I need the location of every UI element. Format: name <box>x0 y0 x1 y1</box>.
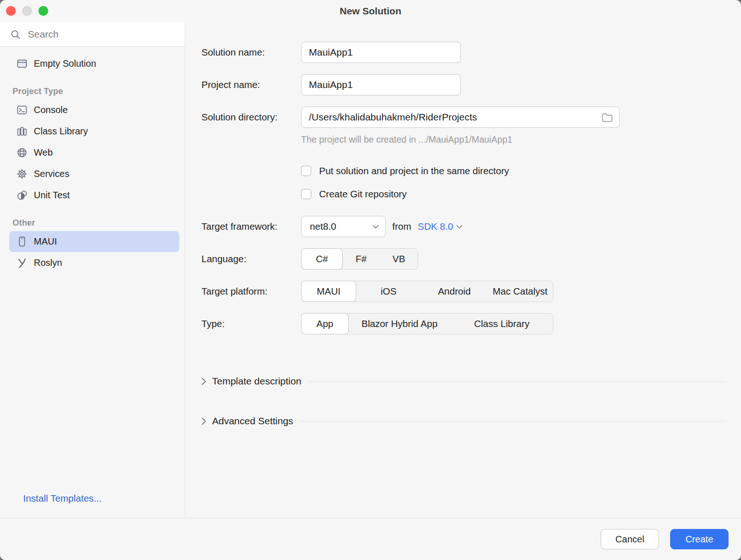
target-platform-segmented-control: MAUI iOS Android Mac Catalyst <box>301 281 553 302</box>
language-label: Language: <box>201 253 301 264</box>
sdk-value: SDK 8.0 <box>418 221 453 232</box>
traffic-lights <box>6 6 48 16</box>
git-repository-checkbox-label: Create Git repository <box>319 189 407 200</box>
type-option-app[interactable]: App <box>301 313 349 334</box>
chevron-right-icon <box>201 378 207 385</box>
sidebar-item-services[interactable]: Services <box>9 164 179 184</box>
target-framework-row: Target framework: net8.0 from SDK 8.0 <box>201 216 726 237</box>
chevron-right-icon <box>201 417 207 425</box>
language-option-fsharp[interactable]: F# <box>342 249 380 269</box>
from-label: from <box>392 221 411 232</box>
divider <box>308 381 726 382</box>
advanced-settings-section[interactable]: Advanced Settings <box>201 414 726 428</box>
solution-directory-input[interactable] <box>301 107 620 128</box>
advanced-settings-label: Advanced Settings <box>212 415 293 427</box>
chevron-down-icon <box>456 225 463 229</box>
language-option-vb[interactable]: VB <box>380 249 418 269</box>
globe-icon <box>16 147 28 158</box>
sidebar-item-roslyn[interactable]: Roslyn <box>9 252 179 273</box>
gear-icon <box>16 168 28 180</box>
type-option-blazor-hybrid-app[interactable]: Blazor Hybrid App <box>348 314 451 334</box>
target-platform-label: Target platform: <box>201 286 301 297</box>
sidebar-item-label: Class Library <box>34 126 88 137</box>
git-repository-checkbox-row: Create Git repository <box>301 183 726 205</box>
solution-name-row: Solution name: <box>201 42 726 63</box>
section-header-project-type: Project Type <box>0 87 185 96</box>
solution-directory-label: Solution directory: <box>201 112 301 123</box>
new-solution-dialog: New Solution <box>0 0 741 560</box>
close-button[interactable] <box>6 6 16 16</box>
folder-browse-icon[interactable] <box>601 111 613 123</box>
template-list: Empty Solution Project Type Console <box>0 47 185 273</box>
search-input[interactable] <box>28 29 185 40</box>
template-description-label: Template description <box>212 376 301 387</box>
solution-name-input[interactable] <box>301 42 461 63</box>
console-icon <box>16 104 28 116</box>
same-directory-checkbox[interactable] <box>301 166 311 176</box>
platform-option-android[interactable]: Android <box>421 281 487 302</box>
template-description-section[interactable]: Template description <box>201 374 726 388</box>
search-bar[interactable] <box>0 22 185 47</box>
unit-test-icon <box>16 189 28 201</box>
class-library-icon <box>16 126 28 137</box>
type-label: Type: <box>201 318 301 329</box>
phone-icon <box>16 236 28 247</box>
sidebar-item-empty-solution[interactable]: Empty Solution <box>9 53 179 74</box>
dialog-footer: Cancel Create <box>0 518 741 560</box>
solution-directory-row: Solution directory: <box>201 107 726 128</box>
chevron-down-icon <box>372 225 379 229</box>
sidebar-item-label: Unit Test <box>34 190 69 201</box>
language-row: Language: C# F# VB <box>201 248 726 270</box>
new-solution-form: Solution name: Project name: Solution di… <box>185 22 741 518</box>
roslyn-icon <box>16 257 28 269</box>
section-header-other: Other <box>0 218 185 228</box>
project-name-input[interactable] <box>301 74 461 95</box>
create-button[interactable]: Create <box>670 529 728 549</box>
install-templates-link[interactable]: Install Templates... <box>23 493 101 504</box>
same-directory-checkbox-row: Put solution and project in the same dir… <box>301 160 726 182</box>
empty-solution-icon <box>16 58 28 69</box>
sidebar-item-label: MAUI <box>34 236 57 247</box>
sidebar-item-unit-test[interactable]: Unit Test <box>9 185 179 206</box>
sidebar-item-web[interactable]: Web <box>9 142 179 163</box>
sidebar-item-console[interactable]: Console <box>9 100 179 120</box>
template-sidebar: Empty Solution Project Type Console <box>0 22 185 518</box>
solution-directory-field <box>301 107 620 128</box>
solution-name-label: Solution name: <box>201 47 301 58</box>
minimize-button[interactable] <box>22 6 32 16</box>
target-framework-dropdown[interactable]: net8.0 <box>301 216 386 237</box>
target-framework-label: Target framework: <box>201 221 301 232</box>
cancel-button[interactable]: Cancel <box>601 529 659 549</box>
platform-option-mac-catalyst[interactable]: Mac Catalyst <box>487 281 553 302</box>
type-row: Type: App Blazor Hybrid App Class Librar… <box>201 313 726 334</box>
platform-option-maui[interactable]: MAUI <box>301 281 356 302</box>
platform-option-ios[interactable]: iOS <box>356 281 421 302</box>
sidebar-item-class-library[interactable]: Class Library <box>9 121 179 142</box>
type-segmented-control: App Blazor Hybrid App Class Library <box>301 313 553 334</box>
sidebar-item-label: Roslyn <box>34 258 62 268</box>
target-platform-row: Target platform: MAUI iOS Android Mac Ca… <box>201 281 726 302</box>
language-option-csharp[interactable]: C# <box>301 248 343 270</box>
sidebar-item-label: Console <box>34 105 68 115</box>
window-title: New Solution <box>340 6 402 17</box>
sidebar-item-maui[interactable]: MAUI <box>9 231 179 252</box>
directory-helper-text: The project will be created in .../MauiA… <box>301 134 726 145</box>
title-bar: New Solution <box>0 0 741 22</box>
git-repository-checkbox[interactable] <box>301 189 311 199</box>
project-name-label: Project name: <box>201 79 301 90</box>
dialog-body: Empty Solution Project Type Console <box>0 22 741 518</box>
divider <box>300 421 726 422</box>
sdk-dropdown[interactable]: SDK 8.0 <box>418 221 463 232</box>
sidebar-item-label: Web <box>34 147 53 158</box>
project-name-row: Project name: <box>201 74 726 95</box>
zoom-button[interactable] <box>38 6 48 16</box>
language-segmented-control: C# F# VB <box>301 248 418 270</box>
target-framework-value: net8.0 <box>310 221 372 232</box>
sidebar-item-label: Services <box>34 169 69 179</box>
sidebar-item-label: Empty Solution <box>34 58 96 69</box>
search-icon <box>10 29 21 40</box>
same-directory-checkbox-label: Put solution and project in the same dir… <box>319 165 509 176</box>
type-option-class-library[interactable]: Class Library <box>451 314 553 334</box>
